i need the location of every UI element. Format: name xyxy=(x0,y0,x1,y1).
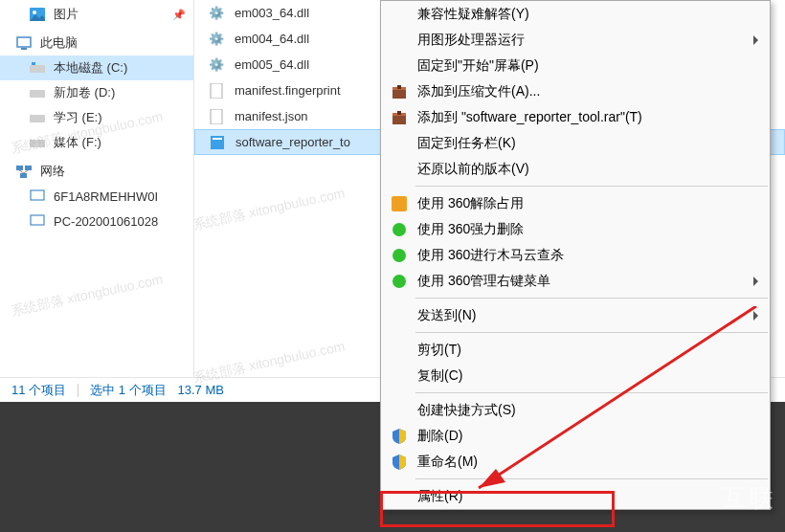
menu-gpu[interactable]: 用图形处理器运行 xyxy=(381,27,770,53)
menu-separator xyxy=(415,298,768,299)
nav-drive-c[interactable]: 本地磁盘 (C:) xyxy=(0,55,193,80)
nav-label: 媒体 (F:) xyxy=(54,134,101,151)
nav-label: 此电脑 xyxy=(40,34,78,52)
navigation-panel: 图片 📌 此电脑 本地磁盘 (C:) 新加卷 (D:) 学习 (E:) 媒体 (… xyxy=(0,0,194,402)
nav-pictures[interactable]: 图片 📌 xyxy=(0,2,193,27)
360-icon xyxy=(391,195,408,212)
360-icon xyxy=(391,221,408,238)
file-name: manifest.json xyxy=(235,109,308,123)
svg-rect-5 xyxy=(32,62,35,65)
svg-rect-16 xyxy=(211,83,222,99)
network-icon xyxy=(15,163,33,180)
file-name: em005_64.dll xyxy=(235,57,309,72)
svg-point-27 xyxy=(392,223,406,236)
drive-icon xyxy=(29,84,46,101)
thispc-icon xyxy=(15,34,33,52)
nav-label: 图片 xyxy=(54,6,78,23)
menu-restore[interactable]: 还原以前的版本(V) xyxy=(381,156,770,182)
menu-label: 重命名(M) xyxy=(417,454,478,471)
svg-line-12 xyxy=(19,170,24,173)
menu-label: 属性(R) xyxy=(417,488,462,505)
menu-rar-add2[interactable]: 添加到 "software_reporter_tool.rar"(T) xyxy=(381,104,770,130)
file-name: em003_64.dll xyxy=(235,6,309,20)
nav-netpc2[interactable]: PC-202001061028 xyxy=(0,209,193,233)
svg-rect-11 xyxy=(20,173,27,178)
file-icon xyxy=(208,82,225,100)
dll-icon: ⚙️ xyxy=(208,5,225,22)
file-name: software_reporter_to xyxy=(236,135,350,149)
svg-rect-6 xyxy=(30,90,45,98)
svg-rect-14 xyxy=(31,190,44,200)
drive-icon xyxy=(29,59,46,77)
svg-rect-15 xyxy=(31,215,44,225)
rar-icon xyxy=(391,83,408,100)
menu-label: 兼容性疑难解答(Y) xyxy=(417,6,529,23)
dll-icon: ⚙️ xyxy=(208,31,225,48)
svg-rect-4 xyxy=(30,65,45,73)
netpc-icon xyxy=(29,212,46,230)
nav-netpc1[interactable]: 6F1A8RMEHHW0I xyxy=(0,184,193,209)
menu-properties[interactable]: 属性(R) xyxy=(381,483,770,509)
menu-copy[interactable]: 复制(C) xyxy=(381,363,770,388)
nav-label: PC-202001061028 xyxy=(54,214,158,229)
nav-drive-f[interactable]: 媒体 (F:) xyxy=(0,130,193,155)
nav-label: 新加卷 (D:) xyxy=(54,84,115,101)
nav-label: 6F1A8RMEHHW0I xyxy=(54,189,158,204)
pin-icon: 📌 xyxy=(172,9,186,21)
menu-compat[interactable]: 兼容性疑难解答(Y) xyxy=(381,1,770,27)
status-selected: 选中 1 个项目 xyxy=(90,382,166,399)
menu-shortcut[interactable]: 创建快捷方式(S) xyxy=(381,397,770,423)
exe-icon xyxy=(209,134,226,151)
nav-network[interactable]: 网络 xyxy=(0,159,193,184)
nav-thispc[interactable]: 此电脑 xyxy=(0,31,193,55)
menu-pintask[interactable]: 固定到任务栏(K) xyxy=(381,130,770,156)
menu-label: 发送到(N) xyxy=(417,307,476,324)
menu-label: 删除(D) xyxy=(417,428,462,445)
menu-label: 使用 360管理右键菜单 xyxy=(417,273,550,290)
shield-icon xyxy=(391,428,408,445)
menu-separator xyxy=(415,478,768,479)
menu-sendto[interactable]: 发送到(N) xyxy=(381,302,770,328)
svg-rect-3 xyxy=(21,48,27,50)
menu-360-menumgr[interactable]: 使用 360管理右键菜单 xyxy=(381,268,770,294)
menu-label: 固定到任务栏(K) xyxy=(417,135,516,152)
menu-label: 复制(C) xyxy=(417,367,462,385)
menu-rename[interactable]: 重命名(M) xyxy=(381,449,770,475)
menu-label: 用图形处理器运行 xyxy=(417,32,525,49)
nav-label: 学习 (E:) xyxy=(54,109,102,126)
drive-icon xyxy=(29,134,46,151)
svg-rect-10 xyxy=(25,166,32,170)
drive-icon xyxy=(29,109,46,126)
menu-label: 创建快捷方式(S) xyxy=(417,402,516,419)
svg-rect-19 xyxy=(213,138,222,140)
svg-rect-25 xyxy=(397,111,401,115)
menu-label: 使用 360强力删除 xyxy=(417,221,524,238)
pictures-icon xyxy=(29,6,46,23)
menu-label: 使用 360进行木马云查杀 xyxy=(417,247,564,264)
menu-delete[interactable]: 删除(D) xyxy=(381,423,770,449)
svg-point-28 xyxy=(392,249,406,262)
logo-overlay: 互联 xyxy=(722,481,775,515)
context-menu: 兼容性疑难解答(Y) 用图形处理器运行 固定到"开始"屏幕(P) 添加到压缩文件… xyxy=(380,0,771,510)
menu-label: 固定到"开始"屏幕(P) xyxy=(417,57,539,75)
nav-drive-d[interactable]: 新加卷 (D:) xyxy=(0,80,193,105)
nav-label: 网络 xyxy=(40,163,65,180)
menu-cut[interactable]: 剪切(T) xyxy=(381,337,770,363)
menu-360-trojan[interactable]: 使用 360进行木马云查杀 xyxy=(381,242,770,268)
svg-line-13 xyxy=(24,170,28,173)
menu-pinstart[interactable]: 固定到"开始"屏幕(P) xyxy=(381,53,770,78)
svg-rect-8 xyxy=(30,140,45,147)
nav-label: 本地磁盘 (C:) xyxy=(54,59,127,77)
svg-rect-17 xyxy=(211,109,222,124)
menu-360-forcedel[interactable]: 使用 360强力删除 xyxy=(381,216,770,242)
menu-separator xyxy=(415,332,768,333)
menu-label: 还原以前的版本(V) xyxy=(417,161,529,178)
menu-label: 添加到压缩文件(A)... xyxy=(417,83,540,100)
file-icon xyxy=(208,108,225,125)
menu-360-release[interactable]: 使用 360解除占用 xyxy=(381,190,770,216)
menu-rar-add[interactable]: 添加到压缩文件(A)... xyxy=(381,78,770,104)
svg-rect-2 xyxy=(17,37,31,47)
menu-label: 添加到 "software_reporter_tool.rar"(T) xyxy=(417,109,642,126)
nav-drive-e[interactable]: 学习 (E:) xyxy=(0,105,193,130)
svg-point-29 xyxy=(392,275,406,288)
